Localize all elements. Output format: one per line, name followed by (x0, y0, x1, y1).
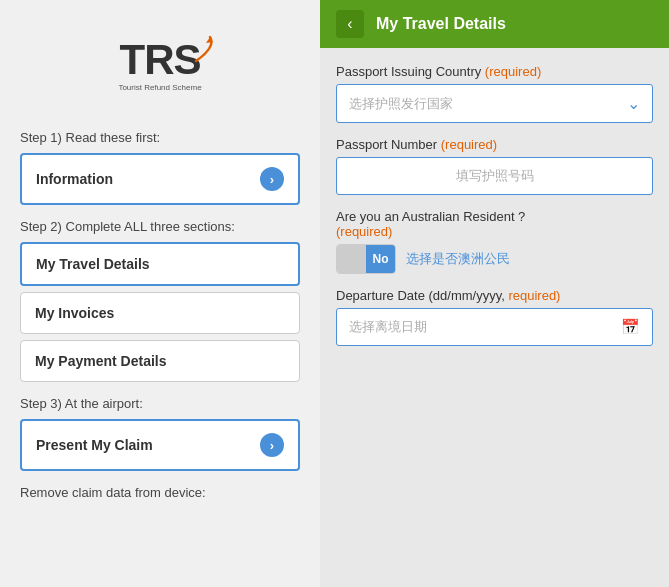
passport-number-placeholder: 填写护照号码 (456, 167, 534, 185)
departure-date-label: Departure Date (dd/mm/yyyy, required) (336, 288, 653, 303)
passport-country-input[interactable]: 选择护照发行国家 ⌄ (336, 84, 653, 123)
menu-item-invoices[interactable]: My Invoices (20, 292, 300, 334)
logo-box: TRS Tourist Refund Scheme (95, 30, 225, 100)
menu-item-information-label: Information (36, 171, 113, 187)
trs-arc-icon (188, 33, 220, 65)
right-header-title: My Travel Details (376, 15, 506, 33)
step1-label: Step 1) Read these first: (20, 130, 300, 145)
trs-sub: Tourist Refund Scheme (118, 83, 201, 92)
chevron-down-icon: ⌄ (627, 94, 640, 113)
calendar-icon: 📅 (621, 318, 640, 336)
toggle-off-side (337, 245, 366, 273)
departure-date-input[interactable]: 选择离境日期 📅 (336, 308, 653, 346)
passport-country-placeholder: 选择护照发行国家 (349, 95, 453, 113)
passport-country-label: Passport Issuing Country (required) (336, 64, 653, 79)
australian-resident-label: Are you an Australian Resident ? (requir… (336, 209, 653, 239)
back-button[interactable]: ‹ (336, 10, 364, 38)
logo-area: TRS Tourist Refund Scheme (20, 30, 300, 100)
step3-label: Step 3) At the airport: (20, 396, 300, 411)
toggle-row: No 选择是否澳洲公民 (336, 244, 653, 274)
toggle-label: 选择是否澳洲公民 (406, 250, 510, 268)
menu-item-present-claim[interactable]: Present My Claim › (20, 419, 300, 471)
passport-number-label: Passport Number (required) (336, 137, 653, 152)
menu-item-travel-details-label: My Travel Details (36, 256, 150, 272)
left-panel: TRS Tourist Refund Scheme Step 1) Read t… (0, 0, 320, 587)
departure-date-placeholder: 选择离境日期 (349, 318, 427, 336)
present-claim-arrow-icon: › (260, 433, 284, 457)
departure-date-group: Departure Date (dd/mm/yyyy, required) 选择… (336, 288, 653, 346)
passport-number-group: Passport Number (required) 填写护照号码 (336, 137, 653, 195)
menu-item-payment[interactable]: My Payment Details (20, 340, 300, 382)
right-header: ‹ My Travel Details (320, 0, 669, 48)
step4-label: Remove claim data from device: (20, 485, 300, 500)
menu-item-payment-label: My Payment Details (35, 353, 167, 369)
right-content: Passport Issuing Country (required) 选择护照… (320, 48, 669, 587)
menu-item-present-claim-label: Present My Claim (36, 437, 153, 453)
menu-item-invoices-label: My Invoices (35, 305, 114, 321)
australian-resident-group: Are you an Australian Resident ? (requir… (336, 209, 653, 274)
right-panel: ‹ My Travel Details Passport Issuing Cou… (320, 0, 669, 587)
step2-label: Step 2) Complete ALL three sections: (20, 219, 300, 234)
passport-country-group: Passport Issuing Country (required) 选择护照… (336, 64, 653, 123)
menu-item-travel-details[interactable]: My Travel Details (20, 242, 300, 286)
passport-number-input[interactable]: 填写护照号码 (336, 157, 653, 195)
toggle-switch[interactable]: No (336, 244, 396, 274)
toggle-no-button[interactable]: No (366, 245, 395, 273)
information-arrow-icon: › (260, 167, 284, 191)
menu-item-information[interactable]: Information › (20, 153, 300, 205)
